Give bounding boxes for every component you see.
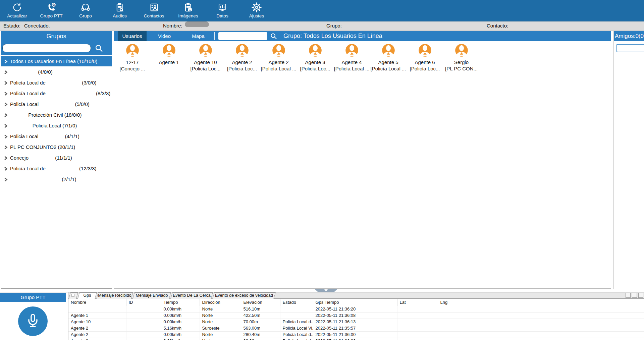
cell-nombre: [68, 306, 126, 312]
chevron-right-icon[interactable]: [4, 113, 8, 117]
users-search-input[interactable]: [218, 32, 267, 40]
bottom-tab-evento-de-la-cerca[interactable]: Evento De La Cerca: [171, 292, 212, 299]
gps-table-row[interactable]: Agente 20.00km/hNorte280.40mPolicía Loca…: [68, 331, 644, 338]
toolbar-item-actualizar[interactable]: Actualizar: [0, 0, 34, 21]
chevron-right-icon[interactable]: [4, 59, 8, 63]
user-card[interactable]: Agente 4[Policía Local ...: [333, 43, 370, 71]
group-tree-item[interactable]: Policía Local de (8/3/3): [1, 88, 112, 99]
gps-table-row[interactable]: Agente 30.00km/hNorte30.00mPolicía Local…: [68, 338, 644, 340]
column-header-elevaci-n[interactable]: Elevación: [241, 299, 280, 306]
blank-tab-icon: [71, 294, 74, 297]
column-header-lng[interactable]: Lng: [438, 299, 475, 306]
chevron-right-icon[interactable]: [4, 166, 8, 171]
cell-lat: [397, 331, 438, 338]
column-header-gps-tiempo[interactable]: Gps Tiempo: [313, 299, 397, 306]
bottom-tab-evento-de-exceso-de-velocidad[interactable]: Evento de exceso de velocidad: [213, 292, 275, 299]
toolbar-item-ajustes[interactable]: Ajustes: [239, 0, 274, 21]
chevron-right-icon[interactable]: [4, 123, 8, 128]
group-tree-item-label: Policía Local de (12/3/3): [10, 166, 97, 171]
strip-button-2[interactable]: [632, 293, 637, 298]
column-header-id[interactable]: ID: [126, 299, 161, 306]
user-card[interactable]: Agente 6[Policía Loc...: [407, 43, 443, 71]
toolbar-item-grupo-ptt[interactable]: NGrupo PTT: [34, 0, 68, 21]
column-header-estado[interactable]: Estado: [280, 299, 313, 306]
cell-tiempo: 5.16km/h: [161, 325, 200, 331]
toolbar-item-contactos[interactable]: Contactos: [137, 0, 171, 21]
contacto-label: Contacto:: [487, 21, 508, 30]
chevron-right-icon[interactable]: [4, 91, 8, 96]
column-header-nombre[interactable]: Nombre: [68, 299, 126, 306]
strip-button-3[interactable]: [638, 293, 643, 298]
gps-table-row[interactable]: Agente 10.00km/hNorte422.50m2022-05-11 2…: [68, 312, 644, 319]
toolbar-item-audios[interactable]: Audios: [103, 0, 137, 21]
chevron-right-icon[interactable]: [4, 80, 8, 85]
search-icon[interactable]: [270, 33, 277, 40]
user-card[interactable]: Agente 10[Policía Loc...: [187, 43, 224, 71]
user-card[interactable]: Agente 5[Policía Local ...: [370, 43, 407, 71]
tab-mapa[interactable]: Mapa: [183, 31, 214, 41]
cell-filler: [475, 312, 644, 319]
friends-search-input[interactable]: [616, 44, 644, 52]
column-header-lat[interactable]: Lat: [397, 299, 438, 306]
toolbar-item-grupo[interactable]: Grupo: [68, 0, 103, 21]
column-header-direcci-n[interactable]: Dirección: [200, 299, 241, 306]
group-tree-item[interactable]: Policía Local (5/0/0): [1, 99, 112, 109]
user-card[interactable]: Sergio[PL PC CON...: [443, 43, 480, 71]
group-tree-item[interactable]: Policía Local (7/1/0): [1, 120, 112, 131]
group-tree-item[interactable]: Policia Local (4/1/1): [1, 131, 112, 141]
groups-search-input[interactable]: [2, 44, 91, 52]
tab-usuarios[interactable]: Usuarios: [118, 31, 147, 41]
group-tree-item[interactable]: Policía Local de (3/0/0): [1, 77, 112, 88]
group-tree-item[interactable]: Policía Local de (12/3/3): [1, 163, 112, 174]
group-tree-item-label: Policía Local (7/1/0): [10, 123, 77, 128]
cell-lat: [397, 306, 438, 312]
cell-gps-tiempo: 2022-05-11 21:35:57: [313, 325, 397, 331]
user-card[interactable]: Agente 2[Policía Local ...: [260, 43, 297, 71]
chevron-right-icon[interactable]: [4, 156, 8, 160]
bottom-tab-gps[interactable]: Gps: [78, 292, 96, 299]
cell-id: [126, 319, 161, 325]
group-tree-item[interactable]: (4/0/0): [1, 66, 112, 77]
gps-table-row[interactable]: Agente 100.00km/hNorte70.00mPolicía Loca…: [68, 319, 644, 325]
cell-lat: [397, 319, 438, 325]
user-card[interactable]: Agente 2[Policia Loc...: [224, 43, 260, 71]
user-card[interactable]: 12-17[Concejo ...: [114, 43, 151, 71]
bottom-tab-mensaje-recibido[interactable]: Mensaje Recibido: [97, 292, 132, 299]
user-card[interactable]: Agente 1: [151, 43, 187, 71]
tab-separator: [182, 32, 182, 40]
contacts-icon: [149, 2, 159, 12]
chevron-right-icon[interactable]: [4, 70, 8, 74]
group-tree-item[interactable]: PL PC CONJUNTO2 (20/1/1): [1, 141, 112, 152]
chevron-right-icon[interactable]: [4, 177, 8, 181]
chevron-right-icon[interactable]: [4, 102, 8, 106]
group-tree-item-label: Protección Civil (18/0/0): [10, 112, 82, 118]
chevron-right-icon[interactable]: [4, 134, 8, 138]
column-header-tiempo[interactable]: Tiempo: [161, 299, 200, 306]
chevron-right-icon[interactable]: [4, 145, 8, 149]
gps-table-row[interactable]: 0.00km/hNorte516.10m2022-05-11 21:36:20: [68, 306, 644, 312]
gps-table-row[interactable]: Agente 25.16km/hSuroeste563.00mPolicia L…: [68, 325, 644, 331]
ptt-mic-button[interactable]: [18, 306, 48, 336]
group-tree-item[interactable]: (2/1/1): [1, 174, 112, 184]
cell-gps-tiempo: 2022-05-11 21:36:08: [313, 312, 397, 319]
bottom-tab-mensaje-enviado[interactable]: Mensaje Enviado: [133, 292, 170, 299]
splitter-collapse-handle[interactable]: [314, 289, 338, 292]
search-icon[interactable]: [95, 44, 103, 53]
toolbar-item-datos[interactable]: Datos: [205, 0, 239, 21]
strip-button-1[interactable]: [626, 293, 631, 298]
group-tree-item[interactable]: Todos Los Usuarios En Línea (10/10/0): [1, 56, 112, 66]
cell-lat: [397, 312, 438, 319]
tab-video[interactable]: Video: [148, 31, 181, 41]
bottom-tab-label: Gps: [84, 293, 91, 298]
toolbar-item-label: Grupo PTT: [40, 13, 63, 18]
user-avatar-icon: [381, 43, 395, 57]
user-avatar-icon: [235, 43, 249, 57]
toolbar-item-im-genes[interactable]: Imágenes: [171, 0, 205, 21]
user-card[interactable]: Agente 3[Policía Loc...: [297, 43, 333, 71]
group-tree-item[interactable]: Concejo (11/1/1): [1, 152, 112, 163]
user-avatar-icon: [308, 43, 322, 57]
microphone-icon: [25, 313, 41, 330]
group-tree-item[interactable]: Protección Civil (18/0/0): [1, 109, 112, 120]
cell-lng: [438, 306, 475, 312]
tab-stub[interactable]: [69, 292, 77, 299]
